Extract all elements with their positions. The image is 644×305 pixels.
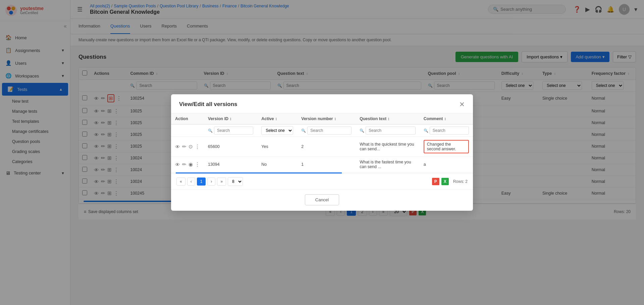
modal-page-1-btn[interactable]: 1 bbox=[197, 177, 206, 186]
modal-more-icon[interactable]: ⋮ bbox=[195, 161, 200, 167]
col-active[interactable]: Active ↕ bbox=[257, 113, 297, 124]
col-version-id[interactable]: Version ID ↕ bbox=[204, 113, 257, 124]
modal-action-icons: 👁 ✏ ◉ ⋮ bbox=[175, 161, 200, 167]
modal-question-text: What is the fastest time you can send ..… bbox=[356, 157, 420, 172]
modal-copy-icon[interactable]: ◉ bbox=[189, 161, 193, 167]
col-action: Action bbox=[171, 113, 204, 124]
modal-rows-info: Rows: 2 bbox=[453, 179, 468, 184]
modal-edit-icon[interactable]: ✏ bbox=[182, 144, 186, 150]
active-sort[interactable]: ↕ bbox=[275, 116, 277, 121]
version-num-search[interactable] bbox=[307, 126, 352, 135]
modal-prev-btn[interactable]: ‹ bbox=[187, 177, 195, 186]
modal-view-icon[interactable]: 👁 bbox=[175, 144, 180, 150]
modal-comment-cell: a bbox=[420, 157, 473, 172]
modal-export-pdf[interactable]: P bbox=[432, 178, 439, 185]
modal-active: Yes bbox=[257, 137, 297, 157]
version-id-search[interactable] bbox=[214, 126, 253, 135]
modal-export-icons: P X bbox=[432, 178, 449, 185]
modal-version-id: 13094 bbox=[204, 157, 257, 172]
search-icon: 🔍 bbox=[301, 129, 306, 133]
qtext-search[interactable] bbox=[366, 126, 416, 135]
modal-first-btn[interactable]: « bbox=[176, 177, 185, 186]
modal-pagination: « ‹ 1 › » 8 P X Rows: 2 bbox=[171, 173, 473, 189]
modal-footer: Cancel bbox=[171, 189, 473, 211]
search-icon: 🔍 bbox=[360, 129, 364, 133]
modal-table-wrap: Action Version ID ↕ Active ↕ Version num… bbox=[171, 113, 473, 173]
version-id-sort[interactable]: ↕ bbox=[230, 116, 232, 121]
version-num-sort[interactable]: ↕ bbox=[334, 116, 336, 121]
modal-table-row: 👁 ✏ ⊙ ⋮ 65600 Yes 2 What is the quickest… bbox=[171, 137, 473, 157]
modal-version-number: 2 bbox=[297, 137, 356, 157]
modal-question-text: What is the quickest time you can send..… bbox=[356, 137, 420, 157]
modal-more-icon[interactable]: ⋮ bbox=[195, 144, 200, 150]
modal-comment-cell: Changed the second answer. bbox=[420, 137, 473, 157]
modal-view-icon[interactable]: 👁 bbox=[175, 162, 180, 167]
modal-overlay: View/Edit all versions ✕ Action Version … bbox=[0, 0, 644, 305]
comment-highlighted: Changed the second answer. bbox=[424, 140, 469, 153]
modal-table-row: 👁 ✏ ◉ ⋮ 13094 No 1 What is the fastest t… bbox=[171, 157, 473, 172]
modal-header-row: Action Version ID ↕ Active ↕ Version num… bbox=[171, 113, 473, 124]
qtext-sort[interactable]: ↕ bbox=[388, 116, 390, 121]
modal-last-btn[interactable]: » bbox=[217, 177, 226, 186]
cancel-button[interactable]: Cancel bbox=[305, 194, 339, 205]
comment-search[interactable] bbox=[430, 126, 469, 135]
modal-close-button[interactable]: ✕ bbox=[459, 100, 465, 108]
col-version-number[interactable]: Version number ↕ bbox=[297, 113, 356, 124]
modal-export-xls[interactable]: X bbox=[441, 178, 449, 185]
modal-edit-icon[interactable]: ✏ bbox=[182, 161, 186, 167]
modal-title: View/Edit all versions bbox=[179, 101, 459, 108]
active-select[interactable]: Select oneYesNo bbox=[261, 126, 293, 135]
col-comment[interactable]: Comment ↕ bbox=[420, 113, 473, 124]
modal-body: Action Version ID ↕ Active ↕ Version num… bbox=[171, 113, 473, 189]
versions-table: Action Version ID ↕ Active ↕ Version num… bbox=[171, 113, 473, 172]
modal-search-row: 🔍 Select oneYesNo 🔍 🔍 🔍 bbox=[171, 124, 473, 137]
modal-action-icons: 👁 ✏ ⊙ ⋮ bbox=[175, 144, 200, 150]
modal-active: No bbox=[257, 157, 297, 172]
col-question-text[interactable]: Question text ↕ bbox=[356, 113, 420, 124]
modal-rows-select[interactable]: 8 bbox=[228, 177, 243, 186]
view-edit-versions-modal: View/Edit all versions ✕ Action Version … bbox=[171, 94, 473, 211]
modal-version-id: 65600 bbox=[204, 137, 257, 157]
modal-header: View/Edit all versions ✕ bbox=[171, 94, 473, 113]
modal-next-btn[interactable]: › bbox=[207, 177, 215, 186]
modal-version-number: 1 bbox=[297, 157, 356, 172]
search-icon: 🔍 bbox=[208, 129, 213, 133]
modal-copy-icon[interactable]: ⊙ bbox=[189, 144, 193, 150]
search-icon: 🔍 bbox=[424, 129, 428, 133]
comment-sort[interactable]: ↕ bbox=[444, 116, 446, 121]
